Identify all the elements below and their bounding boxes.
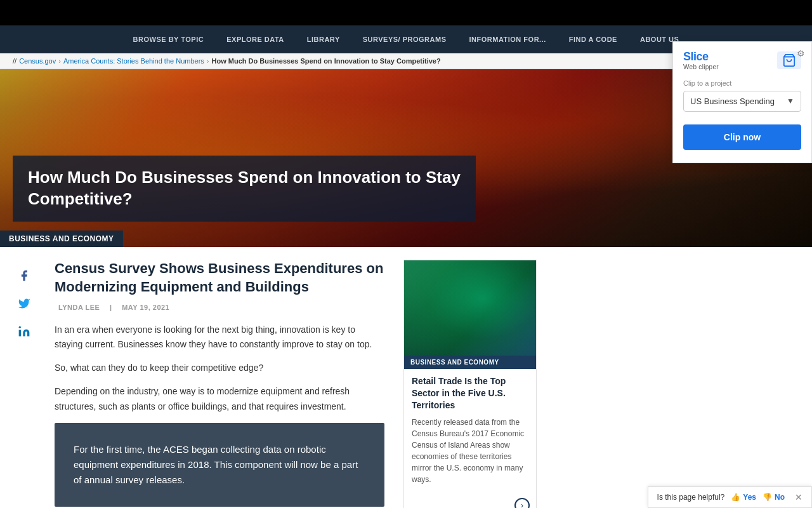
related-card-1-body: Retail Trade Is the Top Sector in the Fi… bbox=[404, 369, 536, 494]
breadcrumb-separator: // bbox=[13, 57, 16, 65]
breadcrumb-sep-1: › bbox=[58, 57, 61, 65]
twitter-share-icon[interactable] bbox=[15, 294, 34, 313]
helpful-close-button[interactable]: ✕ bbox=[795, 492, 802, 502]
clipper-project-select[interactable]: US Business Spending ▼ bbox=[683, 91, 801, 112]
breadcrumb-sep-2: › bbox=[207, 57, 209, 65]
main-layout: Census Survey Shows Business Expenditure… bbox=[0, 247, 812, 508]
hero-category-badge: Business and Economy bbox=[0, 231, 123, 247]
article-date: MAY 19, 2021 bbox=[122, 304, 169, 311]
breadcrumb-census-gov[interactable]: Census.gov bbox=[19, 57, 56, 65]
clipper-settings-icon[interactable]: ⚙ bbox=[797, 48, 805, 58]
related-card-1-image bbox=[404, 260, 536, 356]
related-card-1-title: Retail Trade Is the Top Sector in the Fi… bbox=[412, 375, 528, 411]
hero-title-box: How Much Do Businesses Spend on Innovati… bbox=[13, 156, 476, 222]
related-card-1-arrow: › bbox=[404, 494, 536, 508]
related-card-1-category: BUSINESS AND ECONOMY bbox=[404, 356, 536, 369]
helpful-question: Is this page helpful? bbox=[657, 493, 725, 502]
nav-find-a-code[interactable]: FIND A CODE bbox=[558, 36, 629, 43]
article-meta-separator: | bbox=[110, 304, 112, 311]
related-card-1-arrow-button[interactable]: › bbox=[514, 498, 530, 508]
helpful-yes-label: Yes bbox=[743, 493, 756, 502]
nav-library[interactable]: LIBRARY bbox=[296, 36, 351, 43]
related-card-1-image-overlay bbox=[404, 260, 536, 356]
clipper-logo: Slice Web clipper bbox=[683, 51, 719, 70]
article-paragraph-3: Depending on the industry, one way is to… bbox=[55, 384, 384, 413]
hero-title: How Much Do Businesses Spend on Innovati… bbox=[28, 167, 461, 210]
linkedin-share-icon[interactable] bbox=[15, 322, 34, 341]
clip-now-button[interactable]: Clip now bbox=[683, 124, 801, 150]
nav-explore-data[interactable]: EXPLORE DATA bbox=[215, 36, 296, 43]
svg-point-0 bbox=[19, 326, 21, 328]
clipper-logo-title: Slice bbox=[683, 51, 719, 64]
clipper-dropdown-arrow: ▼ bbox=[787, 97, 794, 105]
clipper-project-label: Clip to a project bbox=[683, 79, 801, 87]
article-paragraph-2: So, what can they do to keep their compe… bbox=[55, 361, 384, 375]
article-author: LYNDA LEE bbox=[58, 304, 100, 311]
facebook-share-icon[interactable] bbox=[15, 266, 34, 285]
clipper-header: Slice Web clipper bbox=[683, 51, 801, 70]
top-bar bbox=[0, 0, 812, 25]
highlight-text: For the first time, the ACES began colle… bbox=[74, 442, 365, 488]
helpful-feedback-bar: Is this page helpful? 👍 Yes 👎 No ✕ bbox=[648, 486, 812, 508]
web-clipper-popup: ⚙ Slice Web clipper Clip to a project US… bbox=[672, 41, 812, 163]
helpful-no-button[interactable]: 👎 No bbox=[763, 493, 785, 502]
thumbs-up-icon: 👍 bbox=[731, 493, 740, 502]
breadcrumb-america-counts[interactable]: America Counts: Stories Behind the Numbe… bbox=[63, 57, 204, 65]
right-sidebar: BUSINESS AND ECONOMY Retail Trade Is the… bbox=[403, 260, 537, 508]
article-body: In an era when everyone is looking for t… bbox=[55, 323, 384, 413]
article-meta: LYNDA LEE | MAY 19, 2021 bbox=[55, 304, 384, 311]
article-content: Census Survey Shows Business Expenditure… bbox=[55, 260, 384, 508]
related-card-1[interactable]: BUSINESS AND ECONOMY Retail Trade Is the… bbox=[403, 260, 537, 508]
highlight-box: For the first time, the ACES began colle… bbox=[55, 423, 384, 507]
related-card-1-desc: Recently released data from the Census B… bbox=[412, 417, 528, 485]
helpful-yes-button[interactable]: 👍 Yes bbox=[731, 493, 756, 502]
nav-information-for[interactable]: INFORMATION FOR... bbox=[458, 36, 558, 43]
nav-surveys-programs[interactable]: SURVEYS/ PROGRAMS bbox=[351, 36, 458, 43]
helpful-no-label: No bbox=[775, 493, 785, 502]
thumbs-down-icon: 👎 bbox=[763, 493, 772, 502]
article-paragraph-1: In an era when everyone is looking for t… bbox=[55, 323, 384, 352]
nav-browse-by-topic[interactable]: BROWSE BY TOPIC bbox=[122, 36, 216, 43]
clipper-project-value: US Business Spending bbox=[690, 97, 775, 106]
clipper-logo-sub: Web clipper bbox=[683, 64, 719, 70]
social-sidebar bbox=[13, 260, 36, 508]
article-title: Census Survey Shows Business Expenditure… bbox=[55, 260, 384, 296]
breadcrumb-current-page: How Much Do Businesses Spend on Innovati… bbox=[212, 57, 441, 65]
